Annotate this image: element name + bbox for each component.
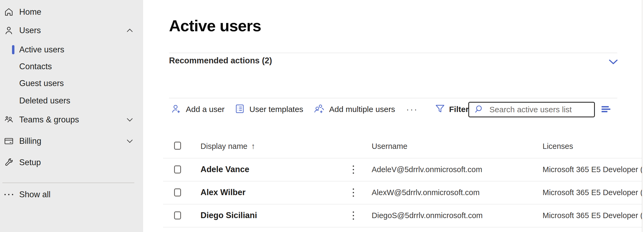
- sidebar-item-label: Billing: [19, 133, 41, 149]
- sidebar-item-label: Show all: [19, 186, 50, 203]
- add-multiple-users-button[interactable]: Add multiple users: [312, 101, 397, 118]
- row-divider: [163, 227, 642, 227]
- username-cell: DiegoS@5drrlv.onmicrosoft.com: [372, 204, 483, 227]
- licenses-cell: Microsoft 365 E5 Developer (without: [543, 181, 642, 204]
- sidebar-item-users[interactable]: Users: [0, 22, 143, 39]
- chevron-up-icon[interactable]: [127, 22, 133, 39]
- table-row[interactable]: Alex Wilber AlexW@5drrlv.onmicrosoft.com…: [143, 181, 644, 204]
- filter-button[interactable]: Filter: [435, 101, 469, 118]
- column-header-licenses[interactable]: Licenses: [543, 136, 573, 156]
- more-actions-kebab-icon[interactable]: [347, 210, 359, 221]
- column-header-display-name[interactable]: Display name ↑: [201, 136, 255, 156]
- licenses-cell: Microsoft 365 E5 Developer (without: [543, 204, 642, 227]
- filter-lines-icon[interactable]: [600, 104, 612, 116]
- table-header: Display name ↑ Username Licenses: [143, 136, 644, 158]
- sort-ascending-icon: ↑: [251, 142, 255, 151]
- sidebar-item-label: Setup: [19, 154, 41, 171]
- username-cell: AlexW@5drrlv.onmicrosoft.com: [372, 181, 480, 204]
- sidebar-item-label: Guest users: [19, 75, 64, 92]
- sidebar-item-active-users[interactable]: Active users: [0, 41, 143, 58]
- billing-icon: [3, 133, 15, 149]
- page-title: Active users: [169, 17, 261, 35]
- table-row[interactable]: Diego Siciliani DiegoS@5drrlv.onmicrosof…: [143, 204, 644, 227]
- wrench-icon: [3, 154, 15, 171]
- teams-icon: [3, 111, 15, 128]
- toolbar-overflow-button[interactable]: ···: [404, 105, 421, 114]
- display-name-cell[interactable]: Adele Vance: [201, 158, 249, 181]
- sidebar-item-label: Teams & groups: [19, 111, 79, 128]
- selected-indicator: [12, 45, 14, 54]
- row-checkbox[interactable]: [174, 211, 181, 219]
- sidebar-item-billing[interactable]: Billing: [0, 133, 143, 149]
- column-header-username[interactable]: Username: [372, 136, 407, 156]
- recommended-actions-heading[interactable]: Recommended actions (2): [169, 56, 272, 65]
- row-checkbox[interactable]: [174, 165, 181, 173]
- column-label: Username: [372, 142, 407, 151]
- display-name-cell[interactable]: Diego Siciliani: [201, 204, 257, 227]
- recommended-actions-chevron-down-icon[interactable]: [609, 59, 618, 66]
- main-content: Active users Recommended actions (2) Add…: [143, 0, 644, 232]
- section-divider: [169, 53, 617, 53]
- sidebar-item-guest-users[interactable]: Guest users: [0, 75, 143, 92]
- chevron-down-icon[interactable]: [127, 133, 133, 149]
- home-icon: [3, 4, 15, 20]
- toolbar: Add a user User templates Add multiple u…: [169, 101, 421, 118]
- sidebar-item-home[interactable]: Home: [0, 4, 143, 20]
- template-list-icon: [235, 104, 245, 115]
- sidebar-item-deleted-users[interactable]: Deleted users: [0, 92, 143, 109]
- select-all-checkbox[interactable]: [174, 142, 181, 150]
- table-row[interactable]: Adele Vance AdeleV@5drrlv.onmicrosoft.co…: [143, 158, 644, 181]
- add-a-user-button[interactable]: Add a user: [169, 101, 226, 118]
- scrollbar-edge: [642, 0, 642, 232]
- sidebar-item-teams-groups[interactable]: Teams & groups: [0, 111, 143, 128]
- search-box[interactable]: [468, 102, 595, 117]
- sidebar-item-label: Home: [19, 4, 41, 20]
- sidebar-item-label: Contacts: [19, 58, 52, 75]
- toolbar-action-label: User templates: [249, 105, 303, 114]
- more-actions-kebab-icon[interactable]: [347, 187, 359, 198]
- toolbar-action-label: Add a user: [186, 105, 225, 114]
- sidebar: Home Users Active users Contacts Guest u…: [0, 0, 143, 232]
- sidebar-item-label: Active users: [19, 41, 64, 58]
- display-name-cell[interactable]: Alex Wilber: [201, 181, 246, 204]
- sidebar-item-contacts[interactable]: Contacts: [0, 58, 143, 75]
- chevron-down-icon[interactable]: [127, 111, 133, 128]
- search-input[interactable]: [489, 105, 591, 114]
- row-checkbox[interactable]: [174, 188, 181, 196]
- sidebar-item-label: Users: [19, 22, 41, 39]
- user-templates-button[interactable]: User templates: [233, 101, 305, 118]
- sidebar-item-setup[interactable]: Setup: [0, 154, 143, 171]
- licenses-cell: Microsoft 365 E5 Developer (without: [543, 158, 642, 181]
- filter-funnel-icon: [435, 103, 445, 115]
- person-add-icon: [171, 103, 181, 115]
- sidebar-divider: [2, 183, 134, 183]
- sidebar-item-label: Deleted users: [19, 92, 70, 109]
- column-label: Display name: [201, 142, 248, 151]
- column-label: Licenses: [543, 142, 573, 151]
- active-users-page: Home Users Active users Contacts Guest u…: [0, 0, 644, 232]
- filter-label: Filter: [449, 105, 469, 114]
- search-icon: [474, 104, 485, 115]
- section-divider: [169, 98, 617, 98]
- toolbar-action-label: Add multiple users: [329, 105, 395, 114]
- username-cell: AdeleV@5drrlv.onmicrosoft.com: [372, 158, 482, 181]
- more-actions-kebab-icon[interactable]: [347, 164, 359, 175]
- person-icon: [3, 22, 15, 39]
- sidebar-item-show-all[interactable]: Show all: [0, 186, 143, 203]
- people-add-icon: [313, 103, 325, 115]
- ellipsis-icon: [3, 186, 15, 203]
